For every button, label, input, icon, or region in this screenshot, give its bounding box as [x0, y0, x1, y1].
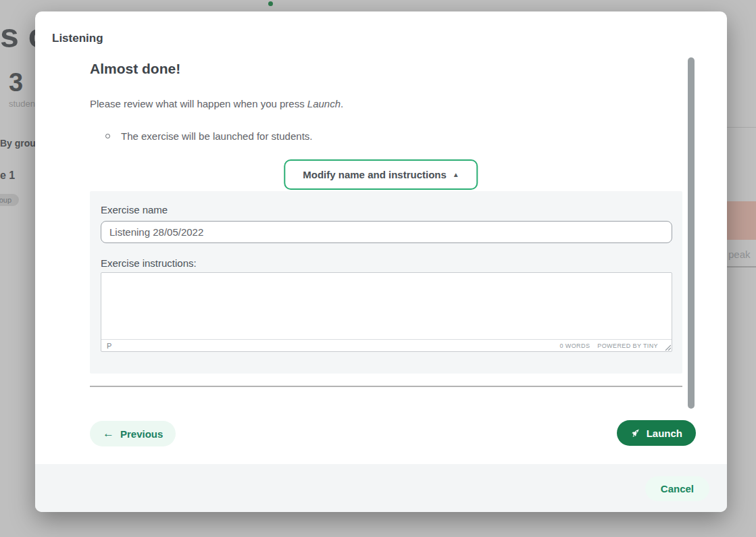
list-item: The exercise will be launched for studen… — [105, 130, 312, 142]
exercise-name-input[interactable] — [101, 221, 672, 243]
editor-block-path: P — [107, 342, 111, 350]
scrollbar-thumb[interactable] — [688, 57, 695, 409]
review-text-suffix: . — [341, 98, 343, 109]
review-text-emphasis: Launch — [307, 98, 341, 109]
review-instruction-text: Please review what will happen when you … — [90, 98, 343, 109]
almost-done-heading: Almost done! — [90, 61, 180, 77]
launch-button-label: Launch — [647, 428, 682, 439]
chevron-up-icon: ▲ — [453, 171, 459, 178]
bullet-circle-icon — [105, 134, 110, 138]
dialog-title: Listening — [52, 32, 103, 45]
arrow-left-icon: ← — [103, 427, 114, 440]
modify-button-label: Modify name and instructions — [303, 169, 447, 180]
launch-button[interactable]: Launch — [617, 420, 696, 446]
exercise-name-label: Exercise name — [101, 204, 168, 215]
name-instructions-panel: Exercise name Exercise instructions: P 0… — [90, 191, 682, 374]
tiny-branding: POWERED BY TINY — [597, 342, 658, 349]
editor-status-right: 0 WORDS POWERED BY TINY — [560, 342, 667, 349]
modify-name-instructions-button[interactable]: Modify name and instructions ▲ — [284, 159, 478, 190]
section-divider — [90, 386, 682, 387]
editor-content-area[interactable] — [101, 273, 672, 339]
editor-status-bar: P 0 WORDS POWERED BY TINY — [101, 339, 672, 351]
rocket-icon — [630, 428, 641, 438]
dialog-footer: Cancel — [35, 464, 727, 512]
launch-review-dialog: Listening Almost done! Please review wha… — [35, 11, 727, 512]
word-count: 0 WORDS — [560, 342, 590, 349]
previous-button-label: Previous — [120, 428, 163, 440]
previous-button[interactable]: ← Previous — [90, 421, 176, 446]
bullet-text: The exercise will be launched for studen… — [121, 130, 312, 142]
resize-handle-icon[interactable] — [664, 344, 671, 351]
instructions-rich-text-editor: P 0 WORDS POWERED BY TINY — [101, 272, 672, 352]
cancel-button[interactable]: Cancel — [645, 476, 709, 501]
exercise-instructions-label: Exercise instructions: — [101, 257, 197, 269]
review-text-prefix: Please review what will happen when you … — [90, 98, 307, 109]
